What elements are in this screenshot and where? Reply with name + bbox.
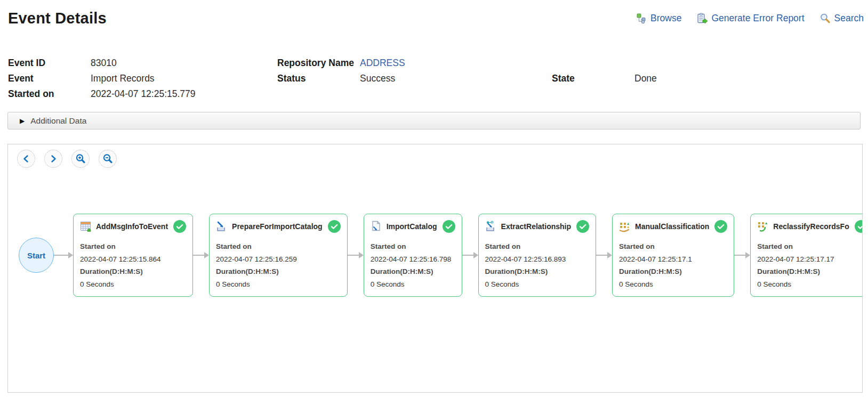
- workflow-step-extractrelationship[interactable]: ExtractRelationship Started on 2022-04-0…: [478, 214, 596, 297]
- header-actions: Browse Generate Error Report Search: [637, 13, 864, 24]
- event-label: Event: [8, 71, 91, 86]
- table-add-icon: [80, 221, 92, 232]
- zoom-in-icon: [75, 153, 86, 164]
- flow-arrow: [462, 252, 478, 258]
- repository-name-label: Repository Name: [277, 55, 360, 71]
- workflow-diagram-panel: Start AddMsgInfoToEvent: [7, 144, 863, 393]
- document-import-icon: [371, 221, 382, 232]
- step-duration-label: Duration(D:H:M:S): [371, 265, 455, 278]
- step-started-value: 2022-04-07 12:25:17.17: [757, 253, 863, 266]
- field-status: Status Success: [277, 71, 552, 86]
- zoom-out-button[interactable]: [99, 150, 117, 168]
- details-column-3: State Done: [552, 55, 861, 102]
- flow-arrow: [596, 252, 612, 258]
- step-title: ExtractRelationship: [501, 222, 571, 231]
- generate-error-report-label: Generate Error Report: [711, 13, 804, 24]
- chevron-left-icon: [21, 154, 31, 164]
- search-button[interactable]: Search: [819, 13, 864, 24]
- browse-label: Browse: [650, 13, 681, 24]
- step-duration-label: Duration(D:H:M:S): [216, 265, 341, 278]
- step-started-value: 2022-04-07 12:25:16.259: [216, 253, 341, 266]
- field-started-on: Started on 2022-04-07 12:25:15.779: [8, 86, 277, 102]
- success-check-icon: [328, 220, 341, 233]
- step-started-label: Started on: [371, 240, 455, 253]
- browse-button[interactable]: Browse: [637, 13, 681, 24]
- workflow-flow: Start AddMsgInfoToEvent: [19, 214, 863, 297]
- step-title: AddMsgInfoToEvent: [96, 222, 168, 231]
- success-check-icon: [855, 220, 863, 233]
- started-on-label: Started on: [8, 86, 91, 102]
- event-id-label: Event ID: [8, 55, 91, 71]
- step-duration-label: Duration(D:H:M:S): [80, 265, 186, 278]
- step-started-label: Started on: [216, 240, 341, 253]
- step-duration-value: 0 Seconds: [757, 278, 863, 291]
- workflow-step-reclassifyrecords[interactable]: ReclassifyRecordsFo Started on 2022-04-0…: [750, 214, 863, 297]
- field-event-id: Event ID 83010: [8, 55, 277, 71]
- step-title: PrepareForImportCatalog: [232, 222, 323, 231]
- scroll-left-button[interactable]: [17, 150, 35, 168]
- flow-arrow: [54, 252, 73, 258]
- additional-data-label: Additional Data: [30, 116, 86, 126]
- reclassify-icon: [757, 221, 769, 232]
- field-event: Event Import Records: [8, 71, 277, 86]
- step-duration-value: 0 Seconds: [216, 278, 341, 291]
- zoom-in-button[interactable]: [71, 150, 90, 168]
- field-repository-name: Repository Name ADDRESS: [277, 55, 552, 71]
- step-started-value: 2022-04-07 12:25:17.1: [619, 253, 727, 266]
- details-column-2: Repository Name ADDRESS Status Success: [277, 55, 552, 102]
- repository-name-link[interactable]: ADDRESS: [360, 55, 405, 71]
- flow-arrow: [734, 252, 750, 258]
- success-check-icon: [173, 220, 186, 233]
- success-check-icon: [443, 220, 455, 233]
- step-title: ReclassifyRecordsFo: [773, 222, 849, 231]
- status-label: Status: [277, 71, 360, 86]
- field-state: State Done: [552, 71, 861, 86]
- step-started-value: 2022-04-07 12:25:15.864: [80, 253, 186, 266]
- step-duration-value: 0 Seconds: [619, 278, 727, 291]
- browse-icon: [637, 13, 647, 23]
- event-details-fields: Event ID 83010 Event Import Records Star…: [8, 55, 861, 102]
- chevron-right-icon: [49, 154, 58, 164]
- workflow-step-manualclassification[interactable]: ManualClassification Started on 2022-04-…: [612, 214, 734, 297]
- success-check-icon: [576, 220, 589, 233]
- started-on-value: 2022-04-07 12:25:15.779: [91, 86, 196, 102]
- state-label: State: [552, 71, 634, 86]
- details-spacer: [552, 55, 861, 71]
- search-icon: [819, 13, 831, 24]
- page-title: Event Details: [8, 10, 107, 27]
- workflow-step-importcatalog[interactable]: ImportCatalog Started on 2022-04-07 12:2…: [364, 214, 462, 297]
- details-column-1: Event ID 83010 Event Import Records Star…: [8, 55, 277, 102]
- generate-error-report-icon: [696, 13, 708, 24]
- step-started-label: Started on: [80, 240, 186, 253]
- step-duration-label: Duration(D:H:M:S): [619, 265, 727, 278]
- status-value: Success: [360, 71, 395, 86]
- step-title: ImportCatalog: [387, 222, 437, 231]
- step-duration-label: Duration(D:H:M:S): [757, 265, 863, 278]
- step-started-value: 2022-04-07 12:25:16.893: [485, 253, 589, 266]
- generate-error-report-button[interactable]: Generate Error Report: [696, 13, 804, 24]
- expand-triangle-icon: ▶: [20, 118, 25, 124]
- workflow-step-prepareforimportcatalog[interactable]: PrepareForImportCatalog Started on 2022-…: [209, 214, 348, 297]
- step-started-label: Started on: [619, 240, 727, 253]
- diagram-toolbar: [17, 150, 117, 168]
- step-title: ManualClassification: [635, 222, 709, 231]
- success-check-icon: [714, 220, 727, 233]
- flow-arrow: [193, 252, 209, 258]
- search-label: Search: [834, 13, 864, 24]
- manual-classification-icon: [619, 221, 631, 232]
- step-duration-value: 0 Seconds: [80, 278, 186, 291]
- workflow-step-addmsginfotoevent[interactable]: AddMsgInfoToEvent Started on 2022-04-07 …: [73, 214, 193, 297]
- start-node[interactable]: Start: [19, 238, 54, 273]
- step-started-value: 2022-04-07 12:25:16.798: [371, 253, 455, 266]
- state-value: Done: [634, 71, 657, 86]
- step-duration-value: 0 Seconds: [485, 278, 589, 291]
- flow-arrow: [348, 252, 364, 258]
- event-id-value: 83010: [91, 55, 117, 71]
- extract-relationship-icon: [485, 221, 497, 232]
- additional-data-expander[interactable]: ▶ Additional Data: [7, 112, 861, 129]
- step-started-label: Started on: [757, 240, 863, 253]
- event-value: Import Records: [91, 71, 155, 86]
- step-duration-label: Duration(D:H:M:S): [485, 265, 589, 278]
- start-node-label: Start: [27, 251, 45, 260]
- scroll-right-button[interactable]: [44, 150, 62, 168]
